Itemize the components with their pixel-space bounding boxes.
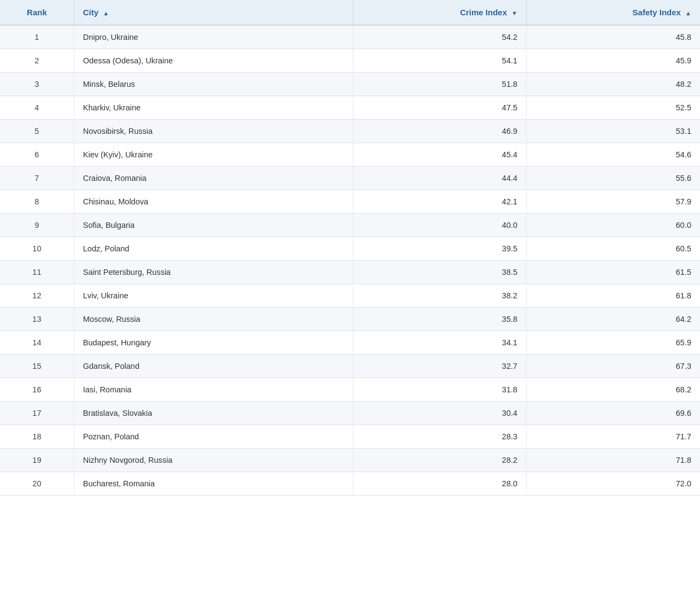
crime-cell: 46.9 [353, 120, 526, 143]
table-row: 12Lviv, Ukraine38.261.8 [0, 284, 700, 308]
safety-cell: 45.9 [527, 49, 700, 73]
city-cell: Bucharest, Romania [74, 472, 353, 496]
crime-sort-icon: ▼ [511, 10, 517, 16]
city-cell: Kiev (Kyiv), Ukraine [74, 143, 353, 167]
rank-cell: 6 [0, 143, 74, 167]
table-row: 7Craiova, Romania44.455.6 [0, 167, 700, 190]
crime-cell: 38.2 [353, 284, 526, 308]
safety-cell: 72.0 [527, 472, 700, 496]
crime-cell: 45.4 [353, 143, 526, 167]
safety-column-header[interactable]: Safety Index ▲ [527, 0, 700, 25]
safety-cell: 71.7 [527, 425, 700, 449]
safety-cell: 45.8 [527, 25, 700, 49]
crime-label: Crime Index [460, 8, 507, 17]
rank-cell: 18 [0, 425, 74, 449]
safety-cell: 55.6 [527, 167, 700, 190]
rank-column-header[interactable]: Rank [0, 0, 74, 25]
city-cell: Lodz, Poland [74, 237, 353, 261]
crime-cell: 28.3 [353, 425, 526, 449]
table-row: 2Odessa (Odesa), Ukraine54.145.9 [0, 49, 700, 73]
table-row: 20Bucharest, Romania28.072.0 [0, 472, 700, 496]
table-row: 19Nizhny Novgorod, Russia28.271.8 [0, 449, 700, 472]
crime-cell: 32.7 [353, 355, 526, 378]
table-row: 5Novosibirsk, Russia46.953.1 [0, 120, 700, 143]
rank-cell: 4 [0, 96, 74, 120]
city-cell: Saint Petersburg, Russia [74, 261, 353, 284]
rank-cell: 12 [0, 284, 74, 308]
safety-cell: 48.2 [527, 73, 700, 96]
city-cell: Sofia, Bulgaria [74, 214, 353, 237]
city-cell: Chisinau, Moldova [74, 190, 353, 214]
crime-cell: 44.4 [353, 167, 526, 190]
city-cell: Moscow, Russia [74, 308, 353, 331]
crime-cell: 31.8 [353, 378, 526, 402]
rank-cell: 5 [0, 120, 74, 143]
crime-cell: 34.1 [353, 331, 526, 355]
rank-cell: 1 [0, 25, 74, 49]
table-header-row: Rank City ▲ Crime Index ▼ Safety Index ▲ [0, 0, 700, 25]
city-cell: Gdansk, Poland [74, 355, 353, 378]
safety-cell: 61.8 [527, 284, 700, 308]
safety-cell: 64.2 [527, 308, 700, 331]
city-cell: Odessa (Odesa), Ukraine [74, 49, 353, 73]
rank-cell: 19 [0, 449, 74, 472]
rank-label: Rank [27, 8, 47, 17]
city-label: City [83, 8, 98, 17]
city-cell: Poznan, Poland [74, 425, 353, 449]
table-row: 11Saint Petersburg, Russia38.561.5 [0, 261, 700, 284]
safety-cell: 65.9 [527, 331, 700, 355]
crime-cell: 54.2 [353, 25, 526, 49]
rank-cell: 16 [0, 378, 74, 402]
rank-cell: 15 [0, 355, 74, 378]
city-cell: Dnipro, Ukraine [74, 25, 353, 49]
rank-cell: 11 [0, 261, 74, 284]
crime-cell: 38.5 [353, 261, 526, 284]
table-row: 8Chisinau, Moldova42.157.9 [0, 190, 700, 214]
crime-cell: 40.0 [353, 214, 526, 237]
safety-cell: 52.5 [527, 96, 700, 120]
city-cell: Lviv, Ukraine [74, 284, 353, 308]
city-cell: Minsk, Belarus [74, 73, 353, 96]
rank-cell: 2 [0, 49, 74, 73]
rank-cell: 7 [0, 167, 74, 190]
crime-cell: 28.0 [353, 472, 526, 496]
crime-cell: 54.1 [353, 49, 526, 73]
city-cell: Craiova, Romania [74, 167, 353, 190]
rank-cell: 20 [0, 472, 74, 496]
safety-cell: 54.6 [527, 143, 700, 167]
table-row: 14Budapest, Hungary34.165.9 [0, 331, 700, 355]
city-cell: Bratislava, Slovakia [74, 402, 353, 425]
table-row: 3Minsk, Belarus51.848.2 [0, 73, 700, 96]
crime-cell: 39.5 [353, 237, 526, 261]
safety-label: Safety Index [633, 8, 681, 17]
safety-cell: 71.8 [527, 449, 700, 472]
city-sort-icon: ▲ [103, 10, 109, 16]
table-body: 1Dnipro, Ukraine54.245.82Odessa (Odesa),… [0, 25, 700, 496]
table-row: 10Lodz, Poland39.560.5 [0, 237, 700, 261]
table-row: 17Bratislava, Slovakia30.469.6 [0, 402, 700, 425]
city-cell: Budapest, Hungary [74, 331, 353, 355]
safety-cell: 68.2 [527, 378, 700, 402]
crime-column-header[interactable]: Crime Index ▼ [353, 0, 526, 25]
rank-cell: 10 [0, 237, 74, 261]
safety-cell: 61.5 [527, 261, 700, 284]
table-row: 9Sofia, Bulgaria40.060.0 [0, 214, 700, 237]
rank-cell: 3 [0, 73, 74, 96]
rank-cell: 17 [0, 402, 74, 425]
rank-cell: 13 [0, 308, 74, 331]
table-row: 13Moscow, Russia35.864.2 [0, 308, 700, 331]
safety-sort-icon: ▲ [685, 10, 691, 16]
table-row: 18Poznan, Poland28.371.7 [0, 425, 700, 449]
crime-cell: 51.8 [353, 73, 526, 96]
safety-cell: 57.9 [527, 190, 700, 214]
table-row: 16Iasi, Romania31.868.2 [0, 378, 700, 402]
city-column-header[interactable]: City ▲ [74, 0, 353, 25]
crime-cell: 47.5 [353, 96, 526, 120]
crime-cell: 28.2 [353, 449, 526, 472]
rank-cell: 14 [0, 331, 74, 355]
city-cell: Kharkiv, Ukraine [74, 96, 353, 120]
city-cell: Iasi, Romania [74, 378, 353, 402]
city-cell: Novosibirsk, Russia [74, 120, 353, 143]
crime-cell: 30.4 [353, 402, 526, 425]
table-row: 15Gdansk, Poland32.767.3 [0, 355, 700, 378]
